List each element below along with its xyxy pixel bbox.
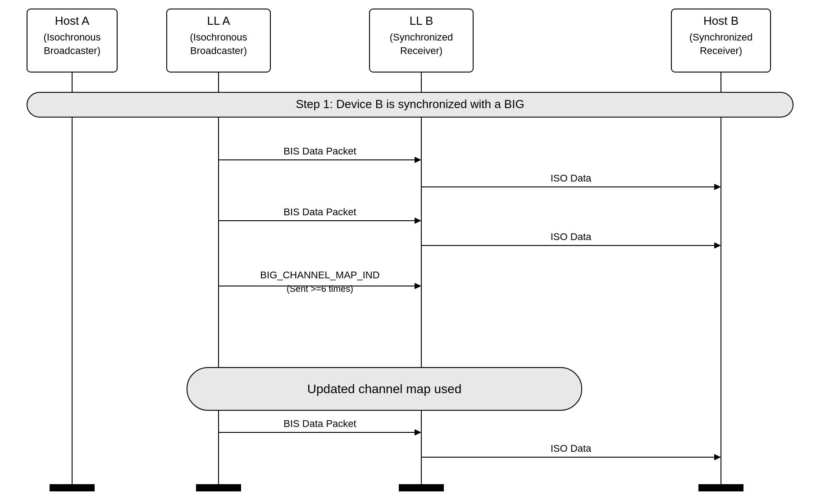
actor-llB-label3: Receiver) bbox=[400, 45, 442, 56]
actor-hostB-label1: Host B bbox=[703, 14, 739, 27]
msg7-label: ISO Data bbox=[551, 443, 592, 454]
actor-hostA-label3: Broadcaster) bbox=[44, 45, 100, 56]
actor-hostB-label3: Receiver) bbox=[700, 45, 742, 56]
actor-llA-label2: (Isochronous bbox=[190, 32, 247, 43]
svg-marker-20 bbox=[714, 184, 721, 190]
actor-llA-label3: Broadcaster) bbox=[190, 45, 247, 56]
svg-rect-13 bbox=[50, 484, 95, 491]
svg-marker-26 bbox=[415, 283, 421, 289]
msg1-label: BIS Data Packet bbox=[283, 145, 356, 157]
svg-marker-18 bbox=[415, 157, 421, 163]
diagram-container: Host A (Isochronous Broadcaster) LL A (I… bbox=[0, 0, 821, 504]
svg-rect-14 bbox=[196, 484, 241, 491]
svg-marker-29 bbox=[415, 429, 421, 436]
actor-llA-label1: LL A bbox=[207, 14, 230, 27]
svg-rect-15 bbox=[399, 484, 444, 491]
msg2-label: ISO Data bbox=[551, 173, 592, 184]
svg-marker-31 bbox=[714, 454, 721, 460]
svg-marker-22 bbox=[415, 218, 421, 224]
step1-label: Step 1: Device B is synchronized with a … bbox=[296, 97, 524, 111]
msg3-label: BIS Data Packet bbox=[283, 206, 356, 218]
actor-hostA-label1: Host A bbox=[55, 14, 90, 27]
channel-map-label: Updated channel map used bbox=[307, 382, 461, 396]
actor-llB-label2: (Synchronized bbox=[390, 32, 453, 43]
msg5-label2: (Sent >=6 times) bbox=[287, 284, 353, 294]
msg4-label: ISO Data bbox=[551, 231, 592, 242]
actor-llB-label1: LL B bbox=[410, 14, 433, 27]
actor-hostB-label2: (Synchronized bbox=[689, 32, 753, 43]
svg-rect-16 bbox=[698, 484, 743, 491]
msg6-label: BIS Data Packet bbox=[283, 418, 356, 429]
actor-hostA-label2: (Isochronous bbox=[43, 32, 100, 43]
msg5-label1: BIG_CHANNEL_MAP_IND bbox=[260, 269, 379, 281]
svg-marker-24 bbox=[714, 242, 721, 249]
